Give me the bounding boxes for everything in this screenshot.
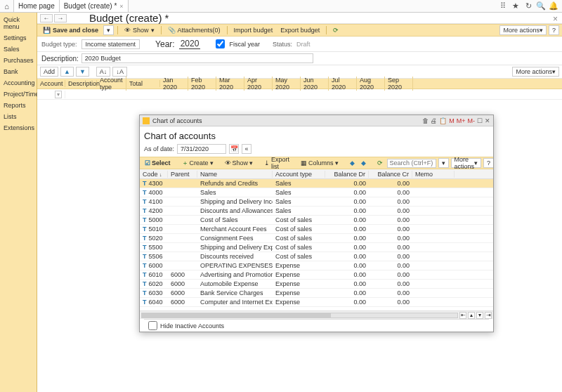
col-jan[interactable]: Jan 2020 [160, 77, 188, 91]
account-row[interactable]: T5506Discounts receivedCost of sales0.00… [140, 252, 493, 261]
year-value[interactable]: 2020 [179, 39, 201, 49]
tab-budget[interactable]: Budget (create) *× [60, 0, 129, 12]
close-page-icon[interactable]: × [553, 14, 558, 24]
window-maximize-icon[interactable]: ☐ [477, 117, 483, 124]
account-row[interactable]: T4100Shipping and Delivery IncomeSales0.… [140, 197, 493, 207]
calendar-icon[interactable]: 📅 [229, 144, 239, 154]
show-button[interactable]: 👁Show▾ [122, 26, 157, 34]
asof-date-input[interactable]: 7/31/2020 [177, 144, 226, 154]
account-row[interactable]: T6000OPERATING EXPENSESExpense0.000.00 [140, 261, 493, 270]
dialog-hscrollbar[interactable]: ⇤ ▴ ▾ ⇥ [140, 311, 493, 319]
account-row[interactable]: T60406000Computer and Internet ExpensesE… [140, 298, 493, 307]
col-apr[interactable]: Apr 2020 [244, 77, 273, 91]
more-actions-button[interactable]: More actions ▾ [499, 25, 547, 35]
export-list-button[interactable]: ⤓Export list [262, 155, 292, 171]
scroll-last-icon[interactable]: ⇥ [485, 312, 492, 319]
hcol-memo[interactable]: Memo [412, 171, 455, 178]
mem-clear-icon[interactable]: 🗑 [422, 117, 429, 124]
account-dropdown-icon[interactable]: ▾ [55, 91, 62, 98]
description-input[interactable]: 2020 Budget [81, 53, 313, 63]
hcol-parent[interactable]: Parent [168, 171, 197, 178]
sidebar-item-purchases[interactable]: Purchases [0, 55, 37, 66]
dialog-titlebar[interactable]: Chart of accounts 🗑 🖨 📋 M M+ M- ☐ ✕ [140, 115, 493, 126]
refresh-icon[interactable]: ⟳ [330, 26, 341, 34]
history-icon[interactable]: ↻ [524, 2, 532, 11]
col-mar[interactable]: Mar 2020 [216, 77, 244, 91]
fiscal-year-checkbox[interactable] [216, 39, 225, 48]
account-row[interactable]: T4200Discounts and AllowancesSales0.000.… [140, 207, 493, 216]
mem-mplus[interactable]: M+ [457, 117, 466, 124]
mem-print-icon[interactable]: 🖨 [431, 117, 437, 124]
close-icon[interactable]: × [119, 3, 123, 10]
col-sep[interactable]: Sep 2020 [385, 77, 413, 91]
account-row[interactable]: T60206000Automobile ExpenseExpense0.000.… [140, 280, 493, 289]
budget-type-value[interactable]: Income statement [81, 39, 140, 49]
search-icon[interactable]: 🔍 [537, 2, 545, 11]
apps-icon[interactable]: ⠿ [499, 2, 507, 11]
attachments-button[interactable]: 📎Attachments(0) [165, 26, 223, 34]
hide-inactive-checkbox[interactable] [148, 321, 157, 330]
hcol-atype[interactable]: Account type [273, 171, 325, 178]
columns-button[interactable]: ▦Columns▾ [299, 159, 341, 167]
col-total[interactable]: Total [126, 80, 160, 87]
dialog-search-input[interactable] [387, 159, 436, 168]
bell-icon[interactable]: 🔔 [549, 2, 558, 11]
col-jun[interactable]: Jun 2020 [301, 77, 329, 91]
account-row[interactable]: T5020Consignment FeesCost of sales0.000.… [140, 234, 493, 243]
hcol-name[interactable]: Name [197, 171, 273, 178]
col-aug[interactable]: Aug 2020 [357, 77, 385, 91]
col-feb[interactable]: Feb 2020 [188, 77, 216, 91]
tab-home[interactable]: Home page [14, 0, 60, 12]
help-button[interactable]: ? [549, 25, 559, 35]
move-down-icon[interactable]: ▼ [76, 67, 89, 77]
account-row[interactable]: T5010Merchant Account FeesCost of sales0… [140, 225, 493, 234]
nav-first-icon[interactable]: ◆ [348, 159, 357, 167]
account-row[interactable]: T5000Cost of SalesCost of sales0.000.00 [140, 216, 493, 225]
account-row[interactable]: T5500Shipping and Delivery ExpenseCost o… [140, 243, 493, 252]
home-icon[interactable]: ⌂ [0, 0, 14, 12]
sidebar-item-accounting[interactable]: Accounting [0, 77, 37, 89]
col-jul[interactable]: Jul 2020 [329, 77, 357, 91]
col-may[interactable]: May 2020 [273, 77, 301, 91]
mem-m[interactable]: M [449, 117, 455, 124]
col-account-type[interactable]: Account type [97, 77, 126, 91]
mem-copy-icon[interactable]: 📋 [439, 117, 447, 124]
nav-last-icon[interactable]: ◆ [359, 159, 368, 167]
sidebar-item-lists[interactable]: Lists [0, 111, 37, 122]
sidebar-item-bank[interactable]: Bank [0, 66, 37, 77]
dialog-refresh-icon[interactable]: ⟳ [375, 159, 385, 167]
more-actions-2-button[interactable]: More actions ▾ [512, 67, 559, 77]
sidebar-item-sales[interactable]: Sales [0, 44, 37, 55]
save-dropdown[interactable]: ▾ [103, 25, 114, 35]
dialog-show-button[interactable]: 👁Show▾ [223, 159, 256, 167]
move-up-icon[interactable]: ▲ [60, 67, 74, 77]
mem-mminus[interactable]: M- [468, 117, 476, 124]
hcol-dr[interactable]: Balance Dr [325, 171, 369, 178]
star-icon[interactable]: ★ [511, 2, 520, 11]
sort-desc-icon[interactable]: ↓A [112, 67, 127, 77]
account-row[interactable]: T4000SalesSales0.000.00 [140, 188, 493, 197]
sidebar-item-reports[interactable]: Reports [0, 100, 37, 111]
date-prev-icon[interactable]: « [242, 144, 251, 154]
import-budget-button[interactable]: Import budget [231, 26, 276, 34]
hcol-code[interactable]: Code ↓ [140, 171, 168, 178]
sort-asc-icon[interactable]: A↓ [96, 67, 111, 77]
sidebar-item-quickmenu[interactable]: Quick menu [0, 14, 37, 32]
forward-button[interactable]: → [54, 14, 67, 22]
scroll-down-icon[interactable]: ▾ [476, 312, 483, 319]
sidebar-item-extensions[interactable]: Extensions [0, 122, 37, 133]
dialog-help-button[interactable]: ? [483, 158, 493, 168]
select-button[interactable]: ☑Select [143, 159, 173, 167]
col-description[interactable]: Description [65, 80, 97, 87]
account-row[interactable]: T60106000Advertising and PromotionExpens… [140, 270, 493, 280]
window-close-icon[interactable]: ✕ [485, 117, 490, 124]
dialog-more-actions-button[interactable]: More actions ▾ [451, 158, 482, 168]
account-row[interactable]: T4300Refunds and CreditsSales0.000.00 [140, 179, 493, 188]
col-account[interactable]: Account [37, 80, 65, 87]
hcol-cr[interactable]: Balance Cr [369, 171, 412, 178]
sidebar-item-projecttime[interactable]: Project/Time [0, 89, 37, 100]
back-button[interactable]: ← [40, 14, 53, 22]
search-dropdown[interactable]: ▾ [438, 158, 449, 168]
export-budget-button[interactable]: Export budget [277, 26, 322, 34]
add-button[interactable]: Add [40, 67, 58, 77]
